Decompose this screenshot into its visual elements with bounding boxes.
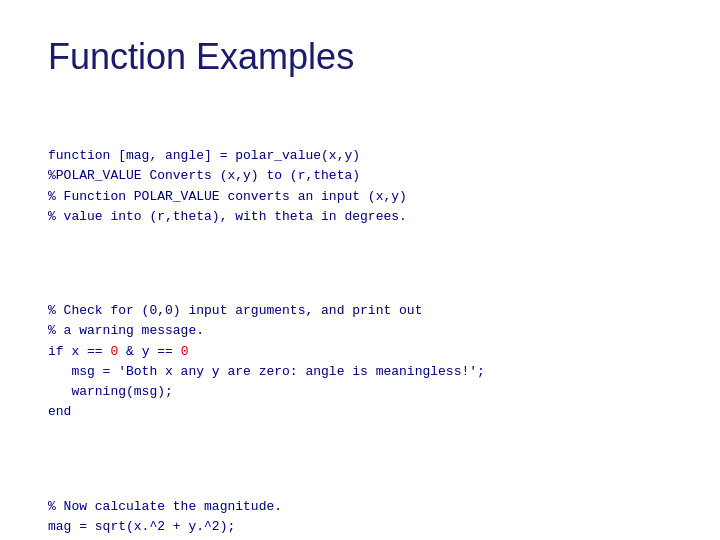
code-line: % value into (r,theta), with theta in de… — [48, 207, 672, 227]
code-line: function [mag, angle] = polar_value(x,y) — [48, 146, 672, 166]
code-line: %POLAR_VALUE Converts (x,y) to (r,theta) — [48, 166, 672, 186]
code-section-3: % Now calculate the magnitude.mag = sqrt… — [48, 497, 672, 537]
code-line: % Now calculate the magnitude. — [48, 497, 672, 517]
code-line: mag = sqrt(x.^2 + y.^2); — [48, 517, 672, 537]
code-line: msg = 'Both x any y are zero: angle is m… — [48, 362, 672, 382]
code-block: function [mag, angle] = polar_value(x,y)… — [48, 106, 672, 540]
code-line: warning(msg); — [48, 382, 672, 402]
code-section-1: function [mag, angle] = polar_value(x,y)… — [48, 146, 672, 227]
slide: Function Examples function [mag, angle] … — [0, 0, 720, 540]
code-line: % Function POLAR_VALUE converts an input… — [48, 187, 672, 207]
code-section-2: % Check for (0,0) input arguments, and p… — [48, 301, 672, 422]
code-line: % a warning message. — [48, 321, 672, 341]
code-line: if x == 0 & y == 0 — [48, 342, 672, 362]
code-line: end — [48, 402, 672, 422]
slide-title: Function Examples — [48, 36, 672, 78]
code-line: % Check for (0,0) input arguments, and p… — [48, 301, 672, 321]
